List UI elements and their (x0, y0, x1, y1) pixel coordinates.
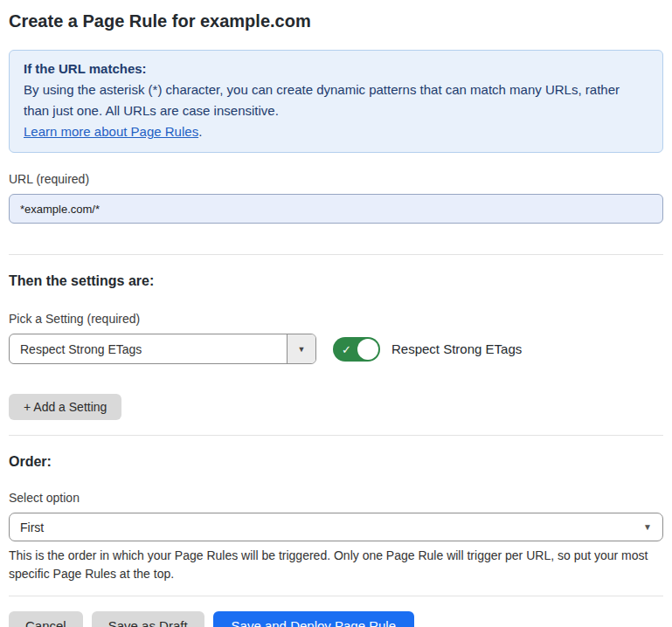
check-icon: ✓ (342, 343, 351, 355)
save-draft-button[interactable]: Save as Draft (92, 611, 204, 627)
setting-select[interactable]: Respect Strong ETags ▼ (9, 334, 316, 364)
divider (9, 596, 663, 596)
url-input[interactable] (9, 194, 663, 224)
divider (9, 435, 663, 436)
toggle-label: Respect Strong ETags (391, 341, 522, 356)
order-select-label: Select option (9, 491, 663, 505)
settings-section-heading: Then the settings are: (9, 273, 663, 289)
learn-more-link[interactable]: Learn more about Page Rules (24, 124, 198, 139)
page-rule-form: Create a Page Rule for example.com If th… (0, 9, 672, 627)
order-select-value: First (20, 520, 643, 534)
chevron-down-icon: ▼ (298, 345, 306, 354)
info-link-line: Learn more about Page Rules. (24, 121, 648, 142)
info-box-body: By using the asterisk (*) character, you… (24, 79, 648, 121)
toggle-knob (357, 339, 378, 360)
url-field-label: URL (required) (9, 172, 663, 186)
setting-select-arrow-button[interactable]: ▼ (287, 334, 315, 363)
save-deploy-button[interactable]: Save and Deploy Page Rule (213, 611, 414, 627)
setting-select-value: Respect Strong ETags (10, 334, 287, 363)
divider (9, 254, 663, 255)
pick-setting-label: Pick a Setting (required) (9, 312, 663, 326)
order-select[interactable]: First ▼ (9, 513, 663, 541)
setting-row: Respect Strong ETags ▼ ✓ Respect Strong … (9, 334, 663, 364)
page-title: Create a Page Rule for example.com (9, 9, 663, 33)
info-box-heading: If the URL matches: (24, 59, 648, 79)
url-match-info-box: If the URL matches: By using the asteris… (9, 50, 663, 153)
footer-buttons: Cancel Save as Draft Save and Deploy Pag… (9, 611, 663, 627)
order-section-heading: Order: (9, 454, 663, 470)
etags-toggle[interactable]: ✓ (333, 337, 380, 362)
cancel-button[interactable]: Cancel (9, 611, 83, 627)
order-help-text: This is the order in which your Page Rul… (9, 547, 663, 583)
link-suffix: . (198, 124, 202, 139)
add-setting-button[interactable]: + Add a Setting (9, 394, 121, 420)
chevron-down-icon: ▼ (643, 522, 652, 532)
